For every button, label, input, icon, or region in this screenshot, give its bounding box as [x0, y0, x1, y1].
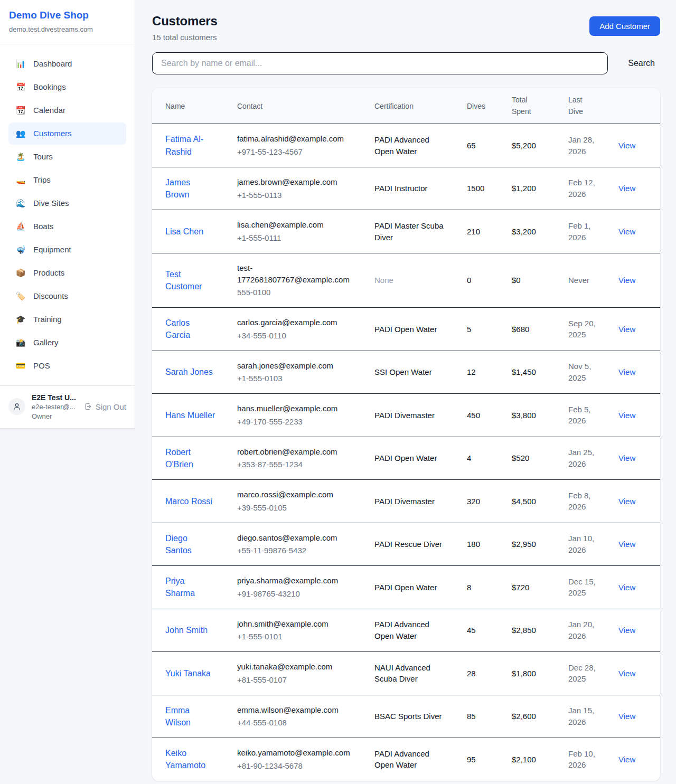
view-link[interactable]: View — [618, 325, 635, 334]
cell-name: Priya Sharma — [152, 566, 229, 609]
sidebar-item-pos[interactable]: 💳POS — [8, 355, 126, 377]
cell-last-dive: Never — [560, 253, 610, 307]
sidebar-item-tours[interactable]: 🏝️Tours — [8, 146, 126, 168]
sidebar-item-label: Dashboard — [33, 59, 72, 68]
customer-email: yuki.tanaka@example.com — [237, 661, 358, 673]
sidebar-item-customers[interactable]: 👥Customers — [8, 122, 126, 145]
main-content: Customers 15 total customers Add Custome… — [135, 0, 676, 784]
sign-out-button[interactable]: Sign Out — [84, 402, 126, 411]
sidebar-item-gallery[interactable]: 📸Gallery — [8, 332, 126, 354]
search-button[interactable]: Search — [623, 59, 660, 68]
sidebar-item-dive-sites[interactable]: 🌊Dive Sites — [8, 192, 126, 214]
customer-name-link[interactable]: Marco Rossi — [165, 495, 212, 507]
customer-name-link[interactable]: John Smith — [165, 624, 208, 636]
cell-dives: 12 — [458, 351, 503, 394]
cell-dives: 5 — [458, 308, 503, 351]
dashboard-icon: 📊 — [15, 59, 26, 69]
view-link[interactable]: View — [618, 669, 635, 678]
cell-last-dive: Feb 1, 2026 — [560, 210, 610, 253]
cell-dives: 45 — [458, 609, 503, 652]
sidebar-item-calendar[interactable]: 📆Calendar — [8, 99, 126, 121]
cell-dives: 4 — [458, 437, 503, 480]
table-row: Diego Santosdiego.santos@example.com+55-… — [152, 523, 660, 566]
view-link[interactable]: View — [618, 626, 635, 635]
sidebar-item-products[interactable]: 📦Products — [8, 262, 126, 284]
cell-last-dive: Jan 20, 2026 — [560, 609, 610, 652]
view-link[interactable]: View — [618, 712, 635, 721]
customer-name-link[interactable]: Carlos Garcia — [165, 317, 216, 341]
view-link[interactable]: View — [618, 497, 635, 506]
cell-action: View — [610, 308, 660, 351]
table-row: Sarah Jonessarah.jones@example.com+1-555… — [152, 351, 660, 394]
cell-action: View — [610, 167, 660, 210]
customer-phone: +1-555-0103 — [237, 373, 358, 384]
cell-action: View — [610, 210, 660, 253]
view-link[interactable]: View — [618, 227, 635, 236]
cell-name: Test Customer — [152, 253, 229, 307]
cell-name: Fatima Al-Rashid — [152, 124, 229, 167]
cell-certification: NAUI Advanced Scuba Diver — [366, 652, 458, 695]
user-section: E2E Test U... e2e-tester@... Owner Sign … — [0, 385, 135, 428]
view-link[interactable]: View — [618, 540, 635, 549]
customer-name-link[interactable]: Emma Wilson — [165, 704, 216, 729]
column-header-label: Total Spent — [512, 95, 539, 117]
customer-name-link[interactable]: Diego Santos — [165, 532, 216, 556]
customer-name-link[interactable]: Keiko Yamamoto — [165, 747, 216, 771]
view-link[interactable]: View — [618, 411, 635, 420]
cell-total-spent: $3,200 — [503, 210, 560, 253]
customer-name-link[interactable]: Robert O'Brien — [165, 446, 216, 470]
cell-total-spent: $1,450 — [503, 351, 560, 394]
sidebar-item-equipment[interactable]: 🤿Equipment — [8, 239, 126, 261]
sidebar-item-label: Calendar — [33, 106, 65, 115]
table-row: John Smithjohn.smith@example.com+1-555-0… — [152, 609, 660, 652]
customer-name-link[interactable]: Test Customer — [165, 268, 216, 292]
sidebar-item-discounts[interactable]: 🏷️Discounts — [8, 285, 126, 307]
calendar-icon: 📆 — [15, 106, 26, 115]
search-input[interactable] — [152, 52, 608, 74]
cell-last-dive: Jan 10, 2026 — [560, 523, 610, 566]
customer-name-link[interactable]: Priya Sharma — [165, 575, 216, 599]
view-link[interactable]: View — [618, 454, 635, 462]
view-link[interactable]: View — [618, 276, 635, 285]
sidebar-item-label: POS — [33, 361, 50, 370]
column-header-label: Name — [165, 102, 185, 110]
sidebar-item-boats[interactable]: ⛵Boats — [8, 215, 126, 238]
sidebar-item-dashboard[interactable]: 📊Dashboard — [8, 53, 126, 75]
customer-email: test-1772681807767@example.com — [237, 262, 358, 286]
customer-phone: +353-87-555-1234 — [237, 459, 358, 470]
view-link[interactable]: View — [618, 184, 635, 193]
view-link[interactable]: View — [618, 367, 635, 376]
customer-name-link[interactable]: Hans Mueller — [165, 409, 215, 421]
customer-name-link[interactable]: Fatima Al-Rashid — [165, 133, 216, 157]
cell-total-spent: $2,600 — [503, 695, 560, 738]
view-link[interactable]: View — [618, 141, 635, 150]
customer-name-link[interactable]: James Brown — [165, 176, 216, 201]
sidebar-item-trips[interactable]: 🚤Trips — [8, 169, 126, 191]
sidebar-item-bookings[interactable]: 📅Bookings — [8, 76, 126, 98]
customer-name-link[interactable]: Yuki Tanaka — [165, 667, 211, 679]
cell-dives: 1500 — [458, 167, 503, 210]
cell-contact: diego.santos@example.com+55-11-99876-543… — [229, 523, 366, 566]
user-email: e2e-tester@... — [32, 402, 84, 412]
cell-dives: 65 — [458, 124, 503, 167]
sidebar-item-label: Trips — [33, 175, 51, 184]
package-icon: 📦 — [15, 268, 26, 278]
user-role: Owner — [32, 412, 84, 421]
table-row: Keiko Yamamotokeiko.yamamoto@example.com… — [152, 738, 660, 781]
cell-name: Sarah Jones — [152, 351, 229, 394]
sidebar-item-training[interactable]: 🎓Training — [8, 308, 126, 330]
sidebar-item-label: Equipment — [33, 245, 71, 254]
view-link[interactable]: View — [618, 755, 635, 764]
cell-last-dive: Feb 8, 2026 — [560, 480, 610, 523]
cell-dives: 180 — [458, 523, 503, 566]
add-customer-button[interactable]: Add Customer — [589, 16, 660, 36]
cell-action: View — [610, 437, 660, 480]
customer-name-link[interactable]: Lisa Chen — [165, 225, 203, 238]
customer-name-link[interactable]: Sarah Jones — [165, 366, 213, 378]
cell-certification: PADI Advanced Open Water — [366, 124, 458, 167]
cell-name: Keiko Yamamoto — [152, 738, 229, 781]
cell-contact: yuki.tanaka@example.com+81-555-0107 — [229, 652, 366, 695]
customer-phone: +39-555-0105 — [237, 502, 358, 514]
view-link[interactable]: View — [618, 583, 635, 592]
brand-name[interactable]: Demo Dive Shop — [9, 10, 126, 22]
